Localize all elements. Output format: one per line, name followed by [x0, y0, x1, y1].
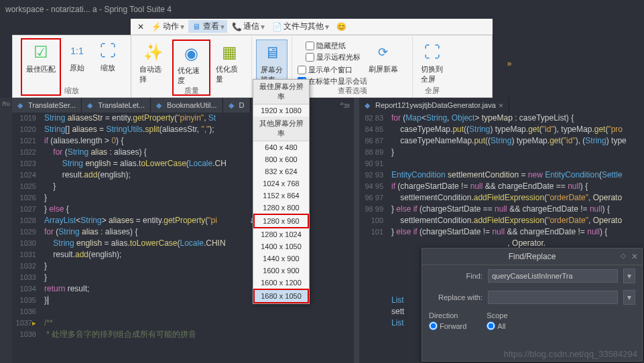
java-icon: ◆: [17, 101, 25, 109]
actions-menu[interactable]: ⚡动作▾: [148, 20, 187, 33]
res-item[interactable]: 800 x 600: [253, 153, 309, 165]
java-icon: ◆: [229, 101, 237, 109]
res-item[interactable]: 1400 x 1050: [253, 240, 309, 252]
speed-icon: ◉: [181, 43, 202, 64]
monitor-icon: 🖥: [191, 21, 202, 32]
ribbon-group-label-view: 查看选项: [292, 86, 412, 96]
res-item[interactable]: 1680 x 1050: [253, 289, 309, 303]
right-tab-bar: ◆Report121ywsjtjbDataGenerator.java×: [359, 98, 644, 113]
phone-icon: 📞: [231, 21, 242, 32]
ribbon-main-panel: ✨自动选择 ◉优化速度 ▦优化质量 质量 🖥屏幕分辨率▾ 性能 隐藏壁纸 显示远…: [131, 35, 493, 98]
bestfit-icon: ☑: [30, 42, 52, 63]
file-icon: 📄: [271, 21, 282, 32]
dialog-title: Find/Replace: [509, 252, 556, 261]
chevron-down-icon: ▾: [220, 22, 224, 31]
chevron-down-icon: ▾: [325, 22, 329, 31]
show-single-check[interactable]: 显示单个窗口: [298, 65, 367, 75]
res-item[interactable]: 1600 x 900: [253, 265, 309, 277]
title-text: workspace - notarizati... a - Spring Too…: [5, 5, 172, 14]
minimize-icon[interactable]: ◇: [621, 252, 626, 259]
scope-group: Scope All: [487, 311, 507, 330]
res-item[interactable]: 640 x 480: [253, 141, 309, 153]
chevron-down-icon: ▾: [261, 22, 265, 31]
wand-icon: ✨: [143, 42, 164, 63]
res-item[interactable]: 1600 x 1200: [253, 277, 309, 289]
editor-tab[interactable]: ◆Report121ywsjtjbDataGenerator.java×: [359, 98, 509, 113]
editor-tab[interactable]: ◆BookmarkUtil...: [151, 98, 223, 113]
replace-history-button[interactable]: ▾: [623, 290, 635, 305]
replace-input[interactable]: [488, 291, 618, 304]
java-icon: ◆: [87, 101, 95, 109]
res-item[interactable]: 1152 x 864: [253, 190, 309, 202]
view-menu[interactable]: 🖥查看▾: [188, 20, 227, 33]
dialog-title-bar[interactable]: Find/Replace ◇ ✕: [422, 248, 642, 265]
editor-tab[interactable]: ◆TranslateSer...: [12, 98, 82, 113]
find-history-button[interactable]: ▾: [623, 269, 635, 283]
close-icon[interactable]: ✕: [631, 252, 638, 261]
ribbon-group-label-full: 全屏: [413, 86, 452, 96]
close-icon[interactable]: ×: [499, 100, 504, 111]
java-icon: ◆: [365, 101, 373, 109]
comm-menu[interactable]: 📞通信▾: [229, 20, 267, 33]
ribbon: ✕ ⚡动作▾ 🖥查看▾ 📞通信▾ 📄文件与其他▾ 😊 ☑最佳匹配 1:1原始 ⛶…: [0, 19, 644, 98]
java-icon: ◆: [156, 101, 164, 109]
res-item[interactable]: 1280 x 1024: [253, 228, 309, 240]
res-item[interactable]: 1024 x 768: [253, 177, 309, 190]
gutter: 82 83 84 85 86 87 88 89 90 91 92 93 94 9…: [359, 113, 387, 363]
gutter: 1019 1020 1021 1022 1023 1024 1025 1026 …: [12, 113, 40, 363]
find-input[interactable]: [488, 269, 618, 283]
res-item[interactable]: 1280 x 800: [253, 202, 309, 214]
forward-radio[interactable]: Forward: [429, 321, 466, 330]
remote-cursor-check[interactable]: 显示远程光标: [306, 52, 361, 62]
hide-wallpaper-check[interactable]: 隐藏壁纸: [306, 41, 361, 51]
all-radio[interactable]: All: [487, 321, 507, 330]
res-item[interactable]: 832 x 624: [253, 165, 309, 177]
menu-row: ✕ ⚡动作▾ 🖥查看▾ 📞通信▾ 📄文件与其他▾ 😊: [131, 19, 493, 35]
close-button[interactable]: ✕: [135, 21, 147, 32]
res-item[interactable]: 1920 x 1080: [253, 104, 309, 117]
refresh-icon: ⟳: [373, 42, 394, 63]
resolution-dropdown: 最佳屏幕分辨率 1920 x 1080 其他屏幕分辨率 640 x 480 80…: [253, 79, 310, 304]
ruler: Ru: [0, 98, 12, 363]
ratio-icon: 1:1: [66, 40, 88, 62]
editor-tab[interactable]: ◆TranslateLet...: [82, 98, 151, 113]
res-item[interactable]: 1280 x 960: [253, 214, 309, 228]
replace-label: Replace with:: [429, 293, 482, 301]
zoom-icon: ⛶: [97, 40, 119, 62]
editor-tab[interactable]: ◆D: [223, 98, 251, 113]
direction-group: Direction Forward: [429, 311, 466, 330]
collapse-icon[interactable]: »: [507, 59, 512, 68]
title-bar: workspace - notarizati... a - Spring Too…: [0, 0, 644, 19]
bolt-icon: ⚡: [151, 21, 162, 32]
ribbon-group-label-scale: 缩放: [13, 86, 131, 96]
find-replace-dialog: Find/Replace ◇ ✕ Find: ▾ Replace with: ▾…: [422, 248, 643, 362]
files-menu[interactable]: 📄文件与其他▾: [269, 20, 332, 33]
smile-icon: 😊: [336, 21, 346, 32]
res-item[interactable]: 1440 x 900: [253, 252, 309, 265]
ribbon-scale-panel: ☑最佳匹配 1:1原始 ⛶缩放 缩放: [12, 35, 131, 98]
collapsed-toolbar: »: [496, 59, 523, 86]
fullscreen-icon: ⛶: [422, 42, 443, 63]
tab-overflow[interactable]: »38: [336, 98, 354, 113]
res-header-best: 最佳屏幕分辨率: [253, 80, 309, 104]
quality-icon: ▦: [219, 42, 241, 63]
find-label: Find:: [429, 272, 482, 280]
chevron-down-icon: ▾: [180, 22, 184, 31]
monitor-icon: 🖥: [261, 42, 283, 64]
ribbon-group-label-quality: 质量: [131, 86, 251, 96]
smile-menu[interactable]: 😊: [333, 21, 349, 33]
res-header-other: 其他屏幕分辨率: [253, 117, 309, 141]
